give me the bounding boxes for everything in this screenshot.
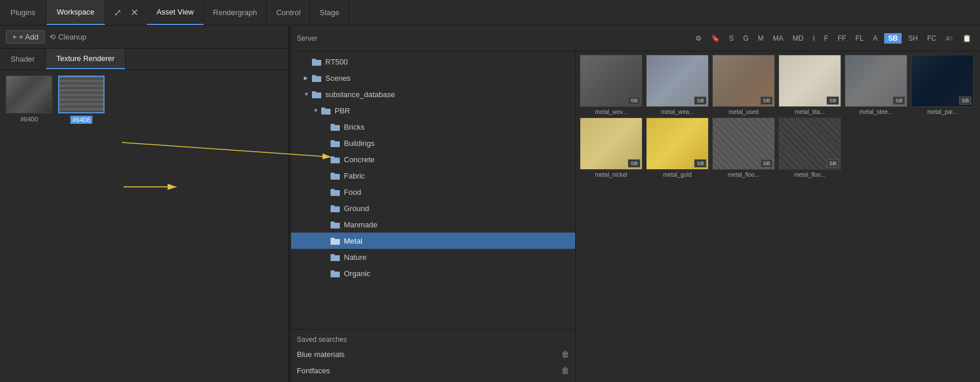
folder-icon (331, 270, 341, 277)
tree-label: Food (344, 188, 361, 197)
tab-texture-renderer[interactable]: Texture Renderer (46, 49, 125, 69)
tree-label: substance_database (325, 90, 395, 99)
add-button[interactable]: + + Add (6, 30, 45, 44)
filter-g[interactable]: G (740, 33, 751, 44)
svg-rect-3 (312, 59, 316, 61)
thumb-name-metal-tita: metal_tita... (778, 109, 841, 115)
tree-label: Ground (344, 204, 369, 213)
saved-item-blue-materials[interactable]: Blue materials 🗑 (291, 346, 575, 362)
tree-item-metal[interactable]: Metal (291, 233, 575, 249)
folder-icon (331, 188, 341, 196)
tab-asset-view[interactable]: Asset View (147, 0, 203, 25)
tree-item-rt500[interactable]: RT500 (291, 53, 575, 70)
tree-label: Bricks (344, 123, 364, 131)
thumb-metal-wea[interactable]: SB metal_wea... (645, 55, 709, 115)
thumb-name-metal-nickel: metal_nickel (580, 172, 642, 178)
left-toolbar: + + Add ⟲ Cleanup (0, 26, 288, 49)
thumb-img-metal-used: SB (712, 55, 775, 107)
svg-rect-19 (331, 189, 335, 191)
asset-main: RT500 ▶ Scenes ▼ (291, 51, 980, 382)
tree-scroll[interactable]: RT500 ▶ Scenes ▼ (291, 51, 575, 329)
shader-item-6408[interactable]: #6408 (58, 76, 105, 376)
svg-rect-13 (331, 140, 335, 142)
thumb-name-metal-stee: metal_stee... (845, 109, 907, 115)
tree-item-manmade[interactable]: Manmade (291, 216, 575, 233)
filter-ma[interactable]: MA (770, 33, 787, 44)
thumb-name-metal-wea: metal_wea... (646, 109, 709, 115)
filter-sb[interactable]: SB (884, 33, 902, 44)
filter-s[interactable]: S (726, 33, 737, 44)
filter-md[interactable]: MD (790, 33, 807, 44)
filter-a[interactable]: A (870, 33, 881, 44)
tree-item-buildings[interactable]: Buildings (291, 135, 575, 151)
thumb-metal-pai[interactable]: SB metal_pai... (910, 55, 974, 115)
thumb-metal-gold[interactable]: SB metal_gold (645, 117, 709, 178)
thumb-name-metal-wov: metal_wov... (580, 109, 642, 115)
svg-rect-7 (312, 91, 316, 94)
tree-label-metal: Metal (344, 237, 362, 245)
thumb-img-metal-tita: SB (778, 55, 841, 107)
expand-button[interactable]: ⤢ (111, 6, 124, 19)
tab-stage[interactable]: Stage (310, 0, 349, 25)
shader-list: #6400 #6408 (0, 70, 288, 382)
tab-workspace[interactable]: Workspace (46, 0, 106, 25)
right-panel: Server ⚙ 🔖 S G M MA MD I F FF FL A SB SH… (291, 26, 980, 382)
folder-icon (331, 156, 341, 163)
svg-rect-23 (331, 222, 335, 224)
asset-tabs: Asset View Rendergraph Control Stage (147, 0, 349, 25)
thumb-img-metal-pai: SB (911, 55, 974, 107)
tab-shader[interactable]: Shader (0, 49, 46, 69)
filter-m[interactable]: M (755, 33, 767, 44)
tree-label: Buildings (344, 139, 375, 148)
filter-extra[interactable]: 📋 (960, 33, 974, 44)
close-button[interactable]: ✕ (128, 6, 141, 19)
filter-f[interactable]: F (821, 33, 831, 44)
tab-plugins[interactable]: Plugins (0, 0, 46, 25)
tab-control[interactable]: Control (267, 0, 310, 25)
thumb-metal-used[interactable]: SB metal_used (712, 55, 776, 115)
tree-item-pbr[interactable]: ▼ PBR (291, 102, 575, 119)
thumb-metal-wov[interactable]: SB metal_wov... (579, 55, 643, 115)
tree-label: Scenes (325, 74, 350, 83)
thumb-metal-nickel[interactable]: SB metal_nickel (579, 117, 643, 178)
tree-item-fabric[interactable]: Fabric (291, 167, 575, 184)
svg-rect-21 (331, 205, 335, 208)
tab-rendergraph[interactable]: Rendergraph (204, 0, 267, 25)
filter-sh[interactable]: SH (905, 33, 921, 44)
trash-icon-blue[interactable]: 🗑 (561, 349, 569, 359)
thumb-metal-stee[interactable]: SB metal_stee... (844, 55, 908, 115)
tree-item-bricks[interactable]: Bricks (291, 119, 575, 135)
thumbnail-grid[interactable]: SB metal_wov... SB metal_wea... SB metal… (576, 51, 980, 382)
thumb-name-metal-floo2: metal_floo... (778, 172, 841, 178)
tree-item-substance-db[interactable]: ▼ substance_database (291, 86, 575, 102)
trash-icon-fontfaces[interactable]: 🗑 (561, 366, 569, 375)
tree-label: PBR (335, 106, 350, 115)
filter-fl[interactable]: FL (853, 33, 867, 44)
cleanup-button[interactable]: ⟲ Cleanup (49, 33, 86, 41)
saved-item-fontfaces[interactable]: Fontfaces 🗑 (291, 362, 575, 379)
filter-sort[interactable]: ≡↑ (943, 33, 956, 44)
tree-label: RT500 (325, 58, 348, 66)
tree-item-scenes[interactable]: ▶ Scenes (291, 70, 575, 86)
thumb-img-metal-wea: SB (646, 55, 709, 107)
svg-rect-17 (331, 173, 335, 175)
filter-bookmark-icon[interactable]: 🔖 (708, 33, 723, 44)
tree-item-ground[interactable]: Ground (291, 200, 575, 216)
tree-item-organic[interactable]: Organic (291, 265, 575, 281)
tree-item-nature[interactable]: Nature (291, 249, 575, 265)
filter-settings-icon[interactable]: ⚙ (692, 33, 705, 44)
tree-item-concrete[interactable]: Concrete (291, 151, 575, 167)
folder-icon (331, 205, 341, 212)
thumb-metal-floo2[interactable]: SB metal_floo... (778, 117, 842, 178)
left-panel: + + Add ⟲ Cleanup Shader Texture Rendere… (0, 26, 289, 382)
folder-icon (312, 91, 322, 98)
filter-fc[interactable]: FC (924, 33, 939, 44)
shader-item-6400[interactable]: #6400 (6, 76, 52, 376)
thumb-metal-tita[interactable]: SB metal_tita... (778, 55, 842, 115)
thumb-metal-floo1[interactable]: SB metal_floo... (712, 117, 776, 178)
cleanup-icon: ⟲ (49, 33, 56, 41)
filter-i[interactable]: I (810, 33, 817, 44)
tree-item-food[interactable]: Food (291, 184, 575, 200)
filter-ff[interactable]: FF (835, 33, 849, 44)
server-label: Server (297, 34, 317, 42)
